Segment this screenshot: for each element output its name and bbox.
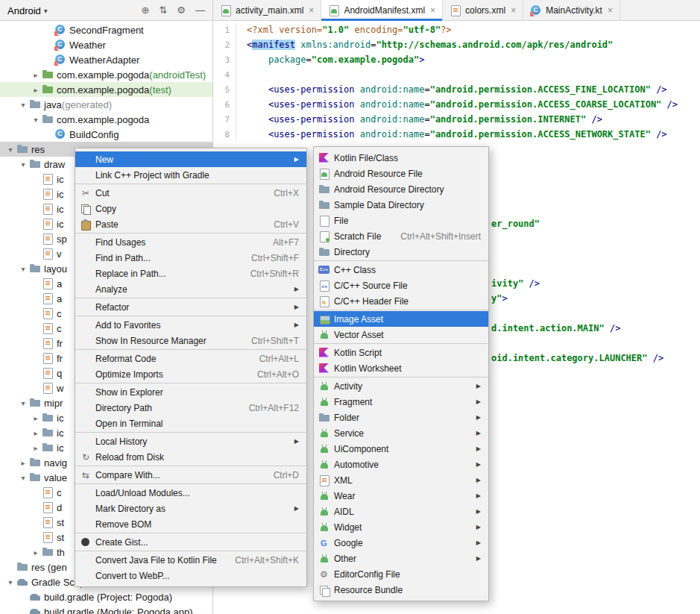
tree-item-com-example-pogoda[interactable]: ▸com.example.pogoda (androidTest) bbox=[0, 67, 212, 82]
menu-item-find-usages[interactable]: Find UsagesAlt+F7 bbox=[75, 234, 306, 250]
menu-item-copy[interactable]: Copy bbox=[75, 201, 306, 216]
menu-item-show-in-explorer[interactable]: Show in Explorer bbox=[75, 384, 306, 400]
chevron-right-icon[interactable]: ▸ bbox=[30, 414, 42, 422]
chevron-down-icon[interactable]: ▾ bbox=[4, 145, 16, 154]
chevron-right-icon[interactable]: ▸ bbox=[30, 444, 42, 452]
chevron-right-icon[interactable]: ▸ bbox=[30, 86, 42, 94]
tree-item-com-example-pogoda[interactable]: ▾com.example.pogoda bbox=[0, 112, 212, 127]
chevron-right-icon[interactable]: ▸ bbox=[30, 429, 42, 437]
hide-icon[interactable]: — bbox=[195, 0, 205, 21]
menu-item-cut[interactable]: ✂CutCtrl+X bbox=[75, 185, 306, 201]
tab-activity-main-xml[interactable]: activity_main.xml× bbox=[213, 0, 321, 21]
tree-item-secondfragment[interactable]: SecondFragment bbox=[0, 22, 212, 37]
menu-item-widget[interactable]: Widget▶ bbox=[314, 519, 488, 535]
chevron-down-icon[interactable]: ▾ bbox=[17, 474, 29, 482]
menu-item-file[interactable]: File bbox=[314, 213, 488, 228]
menu-item-add-to-favorites[interactable]: Add to Favorites▶ bbox=[75, 317, 306, 333]
close-icon[interactable]: × bbox=[608, 5, 613, 16]
tree-item-weather[interactable]: Weather bbox=[0, 37, 212, 52]
gear-icon[interactable]: ⚙ bbox=[177, 0, 186, 21]
close-icon[interactable]: × bbox=[430, 5, 435, 16]
tab-colors-xml[interactable]: colors.xml× bbox=[443, 0, 523, 21]
menu-item-folder[interactable]: Folder▶ bbox=[314, 410, 488, 425]
menu-item-local-history[interactable]: Local History▶ bbox=[75, 433, 306, 449]
menu-item-reload-from-disk[interactable]: ↻Reload from Disk bbox=[75, 449, 306, 465]
menu-item-android-resource-directory[interactable]: Android Resource Directory bbox=[314, 181, 488, 197]
chevron-down-icon[interactable]: ▾ bbox=[17, 265, 29, 273]
chevron-down-icon[interactable]: ▾ bbox=[30, 116, 42, 124]
tree-item-build-gradle-module-pogoda-app[interactable]: build.gradle (Module: Pogoda.app) bbox=[0, 604, 212, 614]
code-area: 1<?xml version="1.0" encoding="utf-8"?>2… bbox=[213, 21, 700, 142]
menu-item-vector-asset[interactable]: Vector Asset bbox=[314, 327, 488, 342]
menu-item-refactor[interactable]: Refactor▶ bbox=[75, 299, 306, 315]
menu-item-directory-path[interactable]: Directory PathCtrl+Alt+F12 bbox=[75, 400, 306, 416]
menu-item-open-in-terminal[interactable]: Open in Terminal bbox=[75, 416, 306, 431]
tree-item-label: res bbox=[31, 144, 45, 155]
menu-item-mark-directory-as[interactable]: Mark Directory as▶ bbox=[75, 501, 306, 516]
menu-item-kotlin-worksheet[interactable]: Kotlin Worksheet bbox=[314, 360, 488, 376]
menu-item-analyze[interactable]: Analyze▶ bbox=[75, 281, 306, 297]
tree-item-weatheradapter[interactable]: WeatherAdapter bbox=[0, 52, 212, 67]
menu-item-kotlin-script[interactable]: Kotlin Script bbox=[314, 345, 488, 360]
menu-item-scratch-file[interactable]: Scratch FileCtrl+Alt+Shift+Insert bbox=[314, 228, 488, 244]
menu-item-paste[interactable]: PasteCtrl+V bbox=[75, 216, 306, 232]
menu-item-new[interactable]: New▶ bbox=[75, 151, 306, 167]
menu-item-show-in-resource-manager[interactable]: Show In Resource ManagerCtrl+Shift+T bbox=[75, 333, 306, 348]
menu-item-fragment[interactable]: Fragment▶ bbox=[314, 394, 488, 410]
tree-item-java[interactable]: ▾java (generated) bbox=[0, 97, 212, 112]
menu-item-reformat-code[interactable]: Reformat CodeCtrl+Alt+L bbox=[75, 351, 306, 366]
menu-item-optimize-imports[interactable]: Optimize ImportsCtrl+Alt+O bbox=[75, 366, 306, 382]
menu-item-label: Activity bbox=[334, 381, 362, 392]
menu-item-sample-data-directory[interactable]: Sample Data Directory bbox=[314, 197, 488, 213]
chevron-down-icon[interactable]: ▾ bbox=[17, 160, 29, 169]
chevron-down-icon[interactable]: ▾ bbox=[17, 399, 29, 407]
tree-item-build-gradle-project-pogoda[interactable]: build.gradle (Project: Pogoda) bbox=[0, 589, 212, 604]
menu-item-remove-bom[interactable]: Remove BOM bbox=[75, 516, 306, 532]
menu-item-c-class[interactable]: C++ Class bbox=[314, 262, 488, 278]
close-icon[interactable]: × bbox=[511, 5, 516, 16]
tree-item-label: st bbox=[57, 532, 64, 543]
menu-item-resource-bundle[interactable]: Resource Bundle bbox=[314, 582, 488, 598]
menu-item-android-resource-file[interactable]: Android Resource File bbox=[314, 166, 488, 181]
menu-icon-spacer bbox=[80, 268, 92, 280]
tab-mainactivity-kt[interactable]: MainActivity.kt× bbox=[523, 0, 620, 21]
chevron-right-icon[interactable]: ▸ bbox=[30, 548, 42, 557]
tree-item-buildconfig[interactable]: BuildConfig bbox=[0, 127, 212, 142]
menu-item-aidl[interactable]: AIDL▶ bbox=[314, 504, 488, 519]
menu-item-convert-to-webp[interactable]: Convert to WebP... bbox=[75, 568, 306, 583]
menu-item-directory[interactable]: Directory bbox=[314, 244, 488, 260]
chevron-right-icon[interactable]: ▸ bbox=[30, 71, 42, 79]
menu-item-uicomponent[interactable]: UiComponent▶ bbox=[314, 441, 488, 457]
chevron-down-icon[interactable]: ▾ bbox=[17, 101, 29, 109]
tree-item-com-example-pogoda[interactable]: ▸com.example.pogoda (test) bbox=[0, 82, 212, 97]
tab-androidmanifest-xml[interactable]: AndroidManifest.xml× bbox=[321, 0, 443, 21]
menu-item-other[interactable]: Other▶ bbox=[314, 551, 488, 566]
menu-item-c-c-source-file[interactable]: C/C++ Source File bbox=[314, 278, 488, 293]
swap-icon[interactable]: ⇅ bbox=[159, 0, 167, 21]
menu-item-activity[interactable]: Activity▶ bbox=[314, 378, 488, 394]
menu-item-xml[interactable]: XML▶ bbox=[314, 472, 488, 488]
menu-item-create-gist[interactable]: Create Gist... bbox=[75, 534, 306, 550]
locate-icon[interactable]: ⊕ bbox=[142, 0, 150, 21]
menu-item-service[interactable]: Service▶ bbox=[314, 425, 488, 441]
tree-item-label: ic bbox=[57, 204, 63, 215]
menu-item-image-asset[interactable]: Image Asset bbox=[314, 311, 488, 327]
menu-item-convert-java-file-to-kotlin-file[interactable]: Convert Java File to Kotlin FileCtrl+Alt… bbox=[75, 552, 306, 568]
menu-item-wear[interactable]: Wear▶ bbox=[314, 488, 488, 504]
chevron-down-icon[interactable]: ▾ bbox=[4, 578, 16, 586]
menu-item-kotlin-file-class[interactable]: Kotlin File/Class bbox=[314, 150, 488, 166]
code-line: 4 bbox=[213, 67, 700, 82]
menu-item-editorconfig-file[interactable]: EditorConfig File bbox=[314, 566, 488, 582]
menu-item-replace-in-path[interactable]: Replace in Path...Ctrl+Shift+R bbox=[75, 266, 306, 281]
menu-item-google[interactable]: Google▶ bbox=[314, 535, 488, 551]
menu-item-label: Service bbox=[334, 428, 364, 439]
menu-item-link-c-project-with-gradle[interactable]: Link C++ Project with Gradle bbox=[75, 167, 306, 183]
chevron-right-icon[interactable]: ▸ bbox=[17, 459, 29, 467]
menu-item-c-c-header-file[interactable]: C/C++ Header File bbox=[314, 293, 488, 309]
menu-item-compare-with[interactable]: ⇆Compare With...Ctrl+D bbox=[75, 467, 306, 483]
close-icon[interactable]: × bbox=[309, 5, 314, 16]
menu-item-load-unload-modules[interactable]: Load/Unload Modules... bbox=[75, 485, 306, 501]
menu-item-automotive[interactable]: Automotive▶ bbox=[314, 457, 488, 472]
project-view-selector[interactable]: Android ▾ bbox=[7, 5, 48, 16]
menu-item-find-in-path[interactable]: Find in Path...Ctrl+Shift+F bbox=[75, 250, 306, 266]
